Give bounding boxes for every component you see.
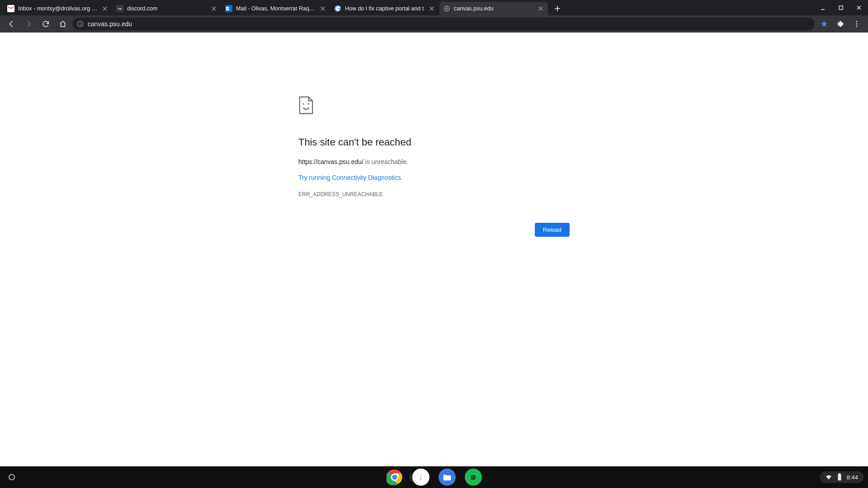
close-icon[interactable] xyxy=(319,5,326,12)
spotify-app-icon[interactable] xyxy=(465,469,482,486)
error-url: https://canvas.psu.edu/ xyxy=(298,158,363,165)
tab-google-search[interactable]: How do I fix captive portal and t xyxy=(330,2,439,15)
site-info-icon[interactable] xyxy=(77,20,84,28)
svg-point-14 xyxy=(856,23,858,25)
svg-text:O: O xyxy=(226,7,229,10)
window-maximize-button[interactable] xyxy=(832,0,850,15)
home-button[interactable] xyxy=(55,17,71,31)
tab-discord[interactable]: discord.com xyxy=(113,2,221,15)
address-bar[interactable] xyxy=(72,18,815,30)
tab-outlook[interactable]: O Mail - Olivas, Montserrat Raquel xyxy=(222,2,330,15)
svg-point-2 xyxy=(118,8,120,9)
globe-icon xyxy=(443,5,450,12)
tab-title: Inbox - montsy@drolivas.org - D xyxy=(18,5,98,12)
outlook-icon: O xyxy=(225,5,232,12)
forward-button[interactable] xyxy=(21,17,36,31)
url-input[interactable] xyxy=(88,20,810,28)
new-tab-button[interactable] xyxy=(551,2,564,15)
svg-point-15 xyxy=(856,26,858,27)
browser-toolbar xyxy=(0,15,868,33)
chrome-app-icon[interactable] xyxy=(386,469,403,486)
svg-rect-23 xyxy=(838,474,841,480)
svg-rect-11 xyxy=(80,23,80,26)
tab-gmail[interactable]: Inbox - montsy@drolivas.org - D xyxy=(4,2,112,15)
window-controls xyxy=(814,0,868,15)
close-icon[interactable] xyxy=(210,5,217,12)
close-icon[interactable] xyxy=(537,5,544,12)
back-button[interactable] xyxy=(4,17,19,31)
error-description: https://canvas.psu.edu/ is unreachable. xyxy=(298,158,570,165)
close-icon[interactable] xyxy=(428,5,435,12)
bookmark-star-icon[interactable] xyxy=(816,17,832,31)
tab-title: discord.com xyxy=(127,5,207,12)
tab-title: Mail - Olivas, Montserrat Raquel xyxy=(236,5,316,12)
sad-page-icon xyxy=(298,96,570,115)
svg-rect-1 xyxy=(116,5,123,12)
photos-app-icon[interactable] xyxy=(412,469,429,486)
error-title: This site can't be reached xyxy=(298,136,570,148)
svg-rect-12 xyxy=(80,22,80,23)
tab-title: How do I fix captive portal and t xyxy=(345,5,425,12)
gmail-icon xyxy=(7,5,14,12)
chromeos-shelf: US 8:44 xyxy=(0,466,868,488)
files-app-icon[interactable] xyxy=(439,469,456,486)
window-minimize-button[interactable] xyxy=(814,0,832,15)
shelf-pinned-apps xyxy=(386,469,482,486)
svg-rect-17 xyxy=(308,103,309,105)
tab-title: canvas.psu.edu xyxy=(454,5,533,12)
svg-point-13 xyxy=(856,21,858,22)
battery-icon xyxy=(837,473,842,481)
reload-page-button[interactable]: Reload xyxy=(535,223,570,237)
connectivity-diagnostics-link[interactable]: Try running Connectivity Diagnostics. xyxy=(298,174,403,181)
status-tray[interactable]: 8:44 xyxy=(820,471,863,483)
tab-strip: Inbox - montsy@drolivas.org - D discord.… xyxy=(0,0,868,15)
page-content: This site can't be reached https://canva… xyxy=(0,33,868,466)
close-icon[interactable] xyxy=(101,5,108,12)
svg-rect-16 xyxy=(303,103,304,105)
clock: 8:44 xyxy=(847,474,858,481)
error-code: ERR_ADDRESS_UNREACHABLE xyxy=(298,191,570,197)
error-pane: This site can't be reached https://canva… xyxy=(298,96,570,237)
svg-rect-9 xyxy=(839,6,843,9)
tab-canvas[interactable]: canvas.psu.edu xyxy=(439,2,548,15)
discord-icon xyxy=(116,5,123,12)
svg-point-18 xyxy=(9,474,14,480)
wifi-icon xyxy=(825,474,832,481)
window-close-button[interactable] xyxy=(850,0,868,15)
launcher-button[interactable] xyxy=(5,470,19,484)
google-icon xyxy=(334,5,341,12)
error-url-tail: is unreachable. xyxy=(363,158,408,165)
reload-button[interactable] xyxy=(38,17,53,31)
extensions-icon[interactable] xyxy=(833,17,848,31)
svg-rect-24 xyxy=(839,473,840,474)
svg-point-3 xyxy=(120,8,122,9)
browser-menu-icon[interactable] xyxy=(849,17,864,31)
